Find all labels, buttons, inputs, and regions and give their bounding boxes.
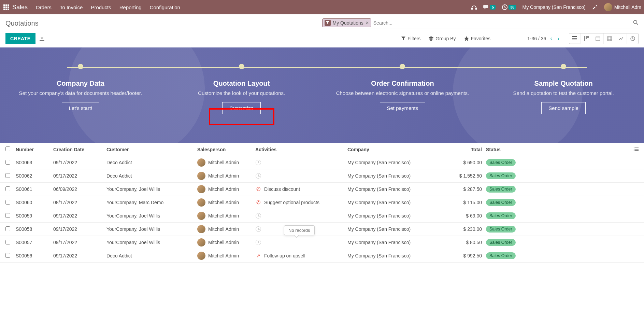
row-checkbox[interactable]	[5, 200, 10, 205]
chip-close-icon[interactable]: ✕	[366, 20, 369, 25]
step-desc: Customize the look of your quotations.	[161, 90, 322, 96]
nav-products[interactable]: Products	[91, 4, 111, 10]
nav-configuration[interactable]: Configuration	[150, 4, 180, 10]
search-bar[interactable]: My Quotations ✕	[322, 18, 639, 28]
nav-to-invoice[interactable]: To Invoice	[60, 4, 83, 10]
clock-icon[interactable]	[255, 226, 261, 232]
clock-icon[interactable]	[255, 213, 261, 219]
table-row[interactable]: S0006209/17/2022Deco AddictMitchell Admi…	[0, 169, 644, 183]
messaging-icon[interactable]: 5	[483, 4, 496, 10]
cell-date: 09/17/2022	[53, 213, 106, 219]
pager-text[interactable]: 1-36 / 36	[527, 36, 546, 41]
cell-company: My Company (San Francisco)	[347, 200, 455, 205]
col-date[interactable]: Creation Date	[53, 147, 106, 152]
send-sample-button[interactable]: Send sample	[541, 102, 586, 114]
col-number[interactable]: Number	[16, 147, 53, 152]
filter-icon	[325, 20, 331, 26]
svg-rect-25	[635, 149, 639, 150]
col-company[interactable]: Company	[347, 147, 455, 152]
company-selector[interactable]: My Company (San Francisco)	[522, 4, 585, 10]
optional-columns-icon[interactable]	[516, 147, 639, 152]
cell-customer: YourCompany, Marc Demo	[106, 200, 197, 205]
svg-rect-19	[596, 37, 600, 41]
svg-point-24	[634, 149, 634, 149]
row-checkbox[interactable]	[5, 173, 10, 178]
col-activities[interactable]: Activities	[255, 147, 347, 152]
table-row[interactable]: S0005809/17/2022YourCompany, Joel Willis…	[0, 223, 644, 236]
filter-chip[interactable]: My Quotations ✕	[322, 18, 371, 27]
table-row[interactable]: S0005709/17/2022YourCompany, Joel Willis…	[0, 236, 644, 249]
status-badge: Sales Order	[486, 159, 516, 166]
svg-rect-0	[3, 4, 5, 6]
apps-icon[interactable]	[3, 4, 10, 11]
view-pivot-icon[interactable]	[603, 33, 615, 44]
favorites-button[interactable]: Favorites	[464, 36, 491, 41]
groupby-button[interactable]: Group By	[429, 36, 456, 41]
cell-salesperson: Mitchell Admin	[197, 198, 255, 207]
avatar-icon	[604, 3, 612, 11]
col-customer[interactable]: Customer	[106, 147, 197, 152]
col-salesperson[interactable]: Salesperson	[197, 147, 255, 152]
view-graph-icon[interactable]	[615, 33, 627, 44]
phone-icon[interactable]: ✆	[255, 186, 261, 192]
layers-icon	[429, 36, 433, 41]
cell-customer: YourCompany, Joel Willis	[106, 213, 197, 219]
search-icon[interactable]	[633, 20, 639, 26]
svg-rect-8	[8, 9, 9, 10]
row-checkbox[interactable]	[5, 240, 10, 244]
lets-start-button[interactable]: Let's start!	[62, 102, 100, 114]
chart-icon[interactable]: ↗	[255, 253, 261, 259]
svg-rect-23	[635, 148, 639, 148]
avatar-icon	[197, 252, 205, 260]
cell-status: Sales Order	[482, 252, 516, 259]
clock-icon[interactable]	[255, 239, 261, 245]
nav-orders[interactable]: Orders	[36, 4, 52, 10]
phone-icon[interactable]	[471, 5, 477, 10]
user-menu[interactable]: Mitchell Adm	[604, 3, 641, 11]
table-row[interactable]: S0006106/09/2022YourCompany, Joel Willis…	[0, 183, 644, 196]
clock-icon[interactable]	[255, 173, 261, 179]
table-row[interactable]: S0005909/17/2022YourCompany, Joel Willis…	[0, 209, 644, 223]
table-row[interactable]: S0005609/17/2022Deco AddictMitchell Admi…	[0, 249, 644, 263]
cell-total: $ 1,552.50	[455, 173, 482, 179]
row-checkbox[interactable]	[5, 226, 10, 231]
cell-date: 09/17/2022	[53, 240, 106, 245]
avatar-icon	[197, 158, 205, 167]
phone-icon[interactable]: ✆	[255, 199, 261, 206]
debug-icon[interactable]	[592, 4, 598, 10]
search-input[interactable]	[373, 20, 630, 26]
app-brand[interactable]: Sales	[12, 4, 28, 11]
col-total[interactable]: Total	[455, 147, 482, 152]
clock-icon[interactable]	[255, 159, 261, 166]
pager-next-icon[interactable]: ›	[556, 35, 561, 42]
filters-button[interactable]: Filters	[401, 36, 420, 41]
view-activity-icon[interactable]	[627, 33, 638, 44]
view-list-icon[interactable]	[569, 33, 581, 43]
activities-icon[interactable]: 38	[502, 4, 516, 10]
view-calendar-icon[interactable]	[592, 33, 603, 44]
cell-company: My Company (San Francisco)	[347, 173, 455, 179]
row-checkbox[interactable]	[5, 186, 10, 191]
cell-number: S00063	[16, 160, 53, 165]
import-icon[interactable]	[40, 36, 44, 42]
row-checkbox[interactable]	[5, 213, 10, 218]
table-row[interactable]: S0006008/17/2022YourCompany, Marc DemoMi…	[0, 196, 644, 209]
status-badge: Sales Order	[486, 186, 516, 193]
row-checkbox[interactable]	[5, 160, 10, 165]
filters-label: Filters	[407, 36, 420, 41]
svg-rect-7	[5, 9, 7, 10]
user-name: Mitchell Adm	[614, 4, 641, 10]
set-payments-button[interactable]: Set payments	[380, 102, 426, 114]
select-all-checkbox[interactable]	[5, 146, 10, 151]
step-title: Order Confirmation	[322, 80, 483, 87]
view-kanban-icon[interactable]	[580, 33, 592, 44]
table-row[interactable]: S0006309/17/2022Deco AddictMitchell Admi…	[0, 156, 644, 169]
pager-prev-icon[interactable]: ‹	[549, 35, 553, 42]
nav-reporting[interactable]: Reporting	[119, 4, 142, 10]
cell-salesperson: Mitchell Admin	[197, 238, 255, 247]
cell-salesperson: Mitchell Admin	[197, 212, 255, 220]
row-checkbox[interactable]	[5, 253, 10, 258]
col-status[interactable]: Status	[482, 147, 516, 152]
create-button[interactable]: CREATE	[5, 33, 35, 44]
svg-rect-3	[3, 6, 5, 8]
